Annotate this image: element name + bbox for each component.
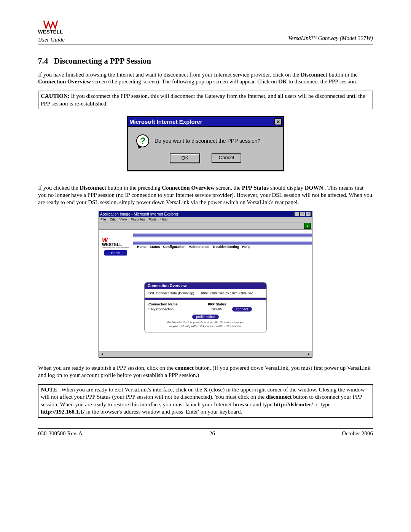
profile-editor-button[interactable]: profile editor	[192, 315, 219, 319]
nav-maintenance[interactable]: Maintenance	[189, 245, 210, 249]
menu-tools[interactable]: Tools	[148, 217, 156, 221]
connect-button[interactable]: connect	[232, 307, 252, 312]
close-icon[interactable]: ×	[306, 212, 311, 216]
nav-troubleshooting[interactable]: Troubleshooting	[212, 245, 239, 249]
ie-menubar: File Edit View Favorites Tools Help	[99, 217, 312, 222]
scroll-left-icon[interactable]: ◂	[99, 352, 105, 357]
browser-screenshot: Application Image - Microsoft Internet E…	[99, 211, 312, 358]
page-header: WESTELL User Guide VersaLink™ Gateway (M…	[38, 19, 373, 45]
connection-name-value: * My Connection	[148, 307, 202, 311]
nav-home[interactable]: Home	[137, 245, 147, 249]
col-connection-name: Connection Name	[148, 302, 202, 306]
scrollbar[interactable]: ◂ ▸	[99, 351, 312, 357]
col-ppp-status: PPP Status	[202, 302, 232, 306]
banner-stripes	[133, 232, 312, 245]
question-icon: ?	[136, 134, 149, 147]
caution-box: CAUTION: If you disconnect the PPP sessi…	[38, 91, 373, 109]
section-heading: 7.4 Disconnecting a PPP Session	[38, 56, 373, 66]
doc-type: User Guide	[38, 37, 65, 43]
cancel-button[interactable]: Cancel	[212, 153, 241, 163]
nav-configuration[interactable]: Configuration	[163, 245, 186, 249]
dsl-rate-label: DSL Connect Rate (Down/Up)	[148, 291, 194, 295]
ppp-status-value: DOWN	[202, 307, 232, 311]
go-icon[interactable]: ▸	[304, 223, 311, 229]
panel-title: Connection Overview	[145, 283, 266, 289]
menu-help[interactable]: Help	[160, 217, 167, 221]
brand-text: WESTELL	[38, 30, 63, 34]
nav-help[interactable]: Help	[242, 245, 250, 249]
doc-model: VersaLink™ Gateway (Model 327W)	[288, 35, 373, 43]
footer-rev: 030-300500 Rev. A	[38, 430, 83, 437]
menu-favorites[interactable]: Favorites	[131, 217, 145, 221]
westell-logo: WESTELL	[38, 19, 63, 34]
footer-date: October 2006	[342, 430, 373, 437]
page-footer: 030-300500 Rev. A 26 October 2006	[38, 428, 373, 437]
page-number: 26	[209, 430, 215, 437]
minimize-icon[interactable]: _	[294, 212, 299, 216]
ok-button[interactable]: OK	[170, 153, 200, 163]
panel-note: Profile with the * is your default profi…	[148, 321, 263, 328]
maximize-icon[interactable]: □	[300, 212, 305, 216]
note-box: NOTE : When you are ready to exit VersaL…	[38, 384, 373, 418]
connection-overview-panel: Connection Overview DSL Connect Rate (Do…	[144, 282, 267, 332]
paragraph-connect: When you are ready to establish a PPP se…	[38, 364, 373, 379]
home-tab[interactable]: Home	[104, 250, 127, 256]
nav-status[interactable]: Status	[150, 245, 160, 249]
menu-file[interactable]: File	[100, 217, 106, 221]
dialog-message: Do you want to disconnect the PPP sessio…	[155, 138, 260, 144]
menu-edit[interactable]: Edit	[110, 217, 116, 221]
menu-view[interactable]: View	[119, 217, 127, 221]
dialog-title: Microsoft Internet Explorer	[129, 118, 202, 125]
section-title-text: Disconnecting a PPP Session	[54, 56, 151, 66]
paragraph-after-dialog: If you clicked the Disconnect button in …	[38, 184, 373, 206]
section-number: 7.4	[38, 56, 48, 66]
ie-confirm-dialog: Microsoft Internet Explorer ✕ ? Do you w…	[127, 116, 284, 171]
paragraph-intro: If you have finished browsing the Intern…	[38, 71, 373, 86]
dsl-rate-value: 8064 KBits/Sec by 1024 KBits/Sec	[201, 291, 253, 295]
westell-banner-logo: W WESTELL Discover Better Broadband	[102, 238, 129, 249]
scroll-right-icon[interactable]: ▸	[306, 352, 312, 357]
ie-window-title: Application Image - Microsoft Internet E…	[100, 212, 178, 216]
close-icon[interactable]: ✕	[274, 118, 282, 125]
